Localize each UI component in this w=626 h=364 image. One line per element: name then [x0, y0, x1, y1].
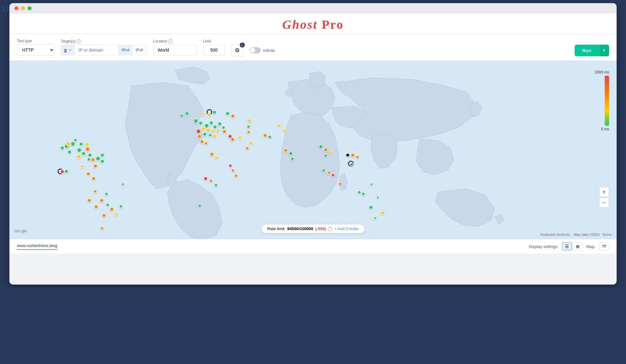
rate-limit-help-icon[interactable]: ? — [328, 227, 332, 231]
marker-sa-2[interactable] — [94, 205, 98, 209]
minimize-dot[interactable] — [21, 6, 25, 10]
marker-sea-o1[interactable] — [327, 171, 331, 174]
marker-ee-o3[interactable] — [204, 141, 208, 145]
add-credits-link[interactable]: + Add Credits — [334, 226, 359, 231]
marker-eu-y4[interactable] — [216, 129, 220, 133]
marker-af-o2[interactable] — [231, 169, 235, 172]
marker-na-y3[interactable] — [77, 154, 81, 159]
marker-nord-y2[interactable] — [207, 113, 211, 117]
close-dot[interactable] — [14, 6, 18, 10]
infinite-toggle-switch[interactable] — [249, 47, 261, 53]
map-toggle-button[interactable]: 🗺 — [599, 242, 609, 250]
marker-af-g2[interactable] — [198, 204, 202, 208]
marker-eu-r1[interactable] — [196, 129, 201, 134]
marker-me-2[interactable] — [238, 136, 242, 139]
marker-sa-8[interactable] — [114, 212, 118, 216]
marker-na-3[interactable] — [60, 146, 64, 150]
marker-sa-3[interactable] — [105, 192, 108, 196]
marker-na-o2[interactable] — [91, 158, 95, 162]
maximize-dot[interactable] — [28, 6, 32, 10]
marker-af-r2[interactable] — [228, 164, 232, 168]
marker-sa-5[interactable] — [106, 203, 110, 207]
marker-ca-2[interactable] — [268, 135, 272, 139]
marker-eu-g3[interactable] — [208, 133, 212, 137]
location-help-icon[interactable]: ? — [168, 39, 173, 43]
marker-na-g2[interactable] — [64, 169, 69, 174]
site-url-tab[interactable]: www.norberthires.blog — [17, 243, 57, 250]
marker-eu-1[interactable] — [193, 119, 198, 124]
ipv4-button[interactable]: IPv4 — [119, 45, 133, 55]
marker-me-4[interactable] — [249, 141, 253, 145]
marker-ee-1[interactable] — [225, 111, 230, 116]
marker-ru-2[interactable] — [247, 125, 250, 129]
marker-na-o5[interactable] — [91, 176, 96, 181]
marker-na-7[interactable] — [95, 156, 100, 161]
marker-jp-2[interactable] — [351, 153, 355, 157]
marker-eu-4[interactable] — [209, 121, 213, 125]
marker-me-3[interactable] — [245, 146, 249, 150]
marker-sa-10[interactable] — [100, 226, 104, 230]
location-input[interactable] — [153, 45, 197, 55]
marker-eu-y5[interactable] — [213, 134, 217, 138]
marker-sa-11[interactable] — [121, 183, 125, 186]
marker-eu-o1[interactable] — [222, 129, 227, 134]
marker-na-y4[interactable] — [80, 164, 84, 168]
marker-au-6[interactable] — [338, 182, 342, 186]
zoom-in-button[interactable]: + — [599, 187, 609, 197]
marker-ee-o1[interactable] — [231, 114, 235, 118]
marker-eu-7[interactable] — [222, 126, 225, 129]
marker-nord-y1[interactable] — [202, 112, 205, 116]
marker-ca-1[interactable] — [263, 133, 267, 138]
marker-sea-2[interactable] — [324, 148, 328, 152]
test-type-select[interactable]: HTTP DNS Ping — [17, 44, 54, 56]
marker-na-r1[interactable] — [60, 169, 64, 174]
terms-link[interactable]: Terms — [602, 233, 612, 236]
run-button[interactable]: Run — [575, 45, 599, 56]
marker-ee-o2[interactable] — [200, 139, 204, 144]
marker-ru-1[interactable] — [247, 119, 252, 123]
marker-na-11[interactable] — [79, 142, 83, 146]
marker-na-6[interactable] — [88, 153, 92, 157]
marker-na-o4[interactable] — [86, 172, 90, 176]
marker-sea-1[interactable] — [319, 144, 323, 149]
limit-input[interactable] — [203, 45, 225, 55]
grid-view-button[interactable]: ⊞ — [573, 242, 582, 250]
marker-india-3[interactable] — [290, 157, 294, 161]
ipv6-button[interactable]: IPv6 — [132, 45, 146, 55]
keyboard-shortcuts[interactable]: Keyboard shortcuts — [541, 233, 570, 236]
marker-na-y1[interactable] — [66, 141, 71, 146]
marker-na-5[interactable] — [81, 151, 86, 156]
marker-eu-g2[interactable] — [203, 132, 207, 136]
marker-sea-4[interactable] — [324, 154, 328, 158]
marker-sa-1[interactable] — [87, 198, 91, 203]
marker-na-8[interactable] — [100, 159, 105, 164]
marker-af-2[interactable] — [214, 156, 218, 160]
marker-na-y2[interactable] — [85, 142, 89, 146]
target-domain-input[interactable] — [75, 45, 119, 55]
marker-nz-1[interactable] — [376, 196, 379, 199]
marker-na-4[interactable] — [77, 148, 82, 153]
marker-au-2[interactable] — [362, 192, 365, 196]
marker-na-o1[interactable] — [85, 147, 90, 152]
marker-eu-5[interactable] — [213, 125, 217, 129]
marker-na-12[interactable] — [67, 150, 72, 154]
marker-sa-9[interactable] — [119, 205, 123, 208]
marker-sa-7[interactable] — [102, 213, 106, 218]
marker-af-o3[interactable] — [234, 174, 238, 178]
marker-sa-4[interactable] — [100, 198, 104, 203]
marker-au-1[interactable] — [357, 190, 361, 194]
marker-au-4[interactable] — [380, 211, 385, 215]
marker-eu-o2[interactable] — [197, 134, 202, 139]
marker-eu-y2[interactable] — [206, 128, 210, 132]
list-view-button[interactable]: ☰ — [562, 242, 572, 250]
marker-af-o1[interactable] — [209, 179, 213, 183]
marker-eu-6[interactable] — [218, 122, 222, 126]
marker-sea-r1[interactable] — [331, 173, 335, 177]
marker-india-2[interactable] — [289, 151, 293, 156]
targets-help-icon[interactable]: ? — [77, 39, 81, 43]
marker-jp-3[interactable] — [356, 155, 359, 159]
marker-ice-2[interactable] — [180, 114, 184, 118]
marker-me-r1[interactable] — [228, 134, 232, 139]
marker-cru-1[interactable] — [277, 124, 281, 128]
marker-sea-g1[interactable] — [322, 169, 326, 172]
